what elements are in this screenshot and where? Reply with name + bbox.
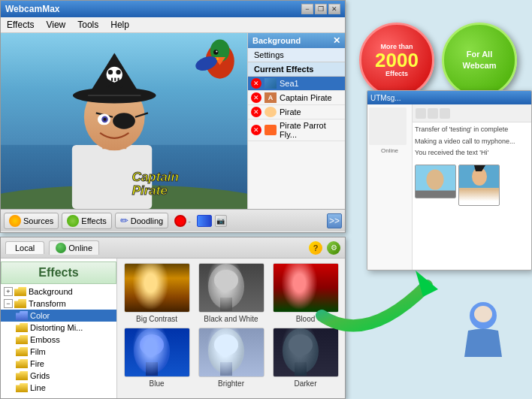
remove-effect-icon[interactable]: ✕ [251,107,261,117]
messenger-avatar-svg [461,301,506,357]
pirate-scene-svg: Captain Pirate [1,33,247,209]
effects-sidebar-text: Effects [38,266,78,280]
tree-label-transform: Transform [29,299,66,308]
tree-item-transform[interactable]: − Transform [1,298,116,310]
restore-button[interactable]: ❐ [315,4,327,14]
chat-video-area [413,162,531,208]
tree-item-emboss[interactable]: Emboss [1,334,116,346]
title-bar: WebcamMax − ❐ ✕ [1,1,345,17]
background-panel-title: Background [252,36,301,45]
chat-status: Online [369,147,410,154]
stop-button[interactable]: - [171,213,194,228]
online-tab[interactable]: Online [49,240,99,255]
effect-thumb-parrot [264,125,277,135]
menu-view[interactable]: View [43,19,68,31]
chat-icon-btn-1[interactable] [416,108,426,119]
tree-item-film[interactable]: Film [1,346,116,358]
doodling-button[interactable]: ✏ Doodling [115,213,168,228]
big-contrast-svg [125,264,190,313]
pirate-background: Captain Pirate [1,33,247,209]
minimize-button[interactable]: − [301,4,313,14]
effect-label-blue: Blue [149,379,164,388]
effect-item-pirate[interactable]: ✕ Pirate [248,105,345,119]
distorting-folder-icon [16,323,28,332]
effect-name-pirate: Pirate [280,107,301,116]
panel-close-button[interactable]: ✕ [333,35,340,46]
tree-label-fire: Fire [30,359,44,368]
menu-effects[interactable]: Effects [4,19,37,31]
effect-name-parrot: Pirate Parrot Fly... [280,121,342,139]
remove-effect-icon[interactable]: ✕ [251,78,261,89]
svg-rect-31 [125,264,190,313]
effect-item-parrot[interactable]: ✕ Pirate Parrot Fly... [248,119,345,141]
svg-point-17 [113,113,135,128]
tree-item-grids[interactable]: Grids [1,370,116,382]
pencil-icon: ✏ [120,215,128,226]
effect-card-big-contrast[interactable]: Big Contrast [122,263,192,323]
background-panel: Background ✕ Settings Current Effects ✕ … [247,33,345,209]
svg-rect-54 [295,362,307,376]
effect-card-bw[interactable]: Black and White [196,263,266,323]
effect-item-captain[interactable]: ✕ A Captain Pirate [248,91,345,105]
tree-item-background[interactable]: + Background [1,286,116,298]
badge-webcam-label: Webcam [462,60,496,71]
remove-effect-icon[interactable]: ✕ [251,92,261,103]
effect-preview-brighter [198,328,264,377]
sources-icon [9,215,21,227]
menu-tools[interactable]: Tools [74,19,101,31]
settings-tab[interactable]: Settings [248,48,345,62]
effects-browser: Effects + Background − Transform Color D… [1,258,345,398]
close-button[interactable]: ✕ [328,4,340,14]
chat-msg-2: Making a video call to myphone... [415,137,529,147]
menu-bar: Effects View Tools Help [1,17,345,33]
tree-label-emboss: Emboss [30,335,60,344]
svg-point-36 [208,264,244,309]
chat-title-text: UTMsg... [370,94,401,102]
badge-2000-circle: More than 2000 Effects [359,23,434,98]
effects-sidebar-label[interactable]: Effects [1,261,116,284]
remove-effect-icon[interactable]: ✕ [251,125,261,135]
tree-item-distorting[interactable]: Distorting Mi... [1,322,116,334]
expand-transform-icon[interactable]: − [4,299,13,308]
local-tab[interactable]: Local [5,241,44,254]
svg-rect-34 [146,298,158,311]
svg-text:Captain: Captain [132,170,179,184]
current-effects-header: Current Effects [248,62,345,77]
bw-svg [199,264,264,313]
sources-button[interactable]: Sources [4,213,59,229]
effect-preview-bw [198,263,264,313]
doodling-label: Doodling [131,216,163,225]
svg-point-30 [216,50,217,52]
chat-toolbar [413,104,531,122]
color-picker-btn[interactable] [197,215,212,227]
chat-title-bar: UTMsg... [367,91,531,104]
effects-icon [67,215,79,227]
svg-point-49 [214,334,238,355]
expand-background-icon[interactable]: + [4,287,13,296]
blue-svg [125,328,190,377]
tree-item-line[interactable]: Line [1,382,116,394]
tree-item-fire[interactable]: Fire [1,358,116,370]
expand-button[interactable]: >> [327,213,342,228]
line-folder-icon [16,383,28,392]
brighter-svg [199,328,264,377]
svg-point-22 [103,118,106,121]
badge-effects-label: Effects [385,70,408,77]
effects-button[interactable]: Effects [62,213,111,229]
tree-item-color[interactable]: Color [1,310,116,322]
category-tree: Effects + Background − Transform Color D… [1,258,117,398]
svg-rect-38 [220,298,232,311]
effect-card-blue[interactable]: Blue [122,328,192,388]
effect-label-bw: Black and White [204,315,258,323]
svg-point-29 [213,50,218,54]
film-folder-icon [16,347,28,356]
menu-help[interactable]: Help [107,19,132,31]
chat-icon-btn-3[interactable] [440,108,450,119]
effect-item-sea1[interactable]: ✕ Sea1 [248,77,345,91]
chat-icon-btn-2[interactable] [428,108,438,119]
screenshot-btn[interactable]: 📷 [215,215,227,227]
emboss-folder-icon [16,335,28,344]
effect-card-brighter[interactable]: Brighter [196,328,266,388]
help-icon[interactable]: ? [309,241,322,255]
settings-icon2[interactable]: ⚙ [327,241,340,255]
